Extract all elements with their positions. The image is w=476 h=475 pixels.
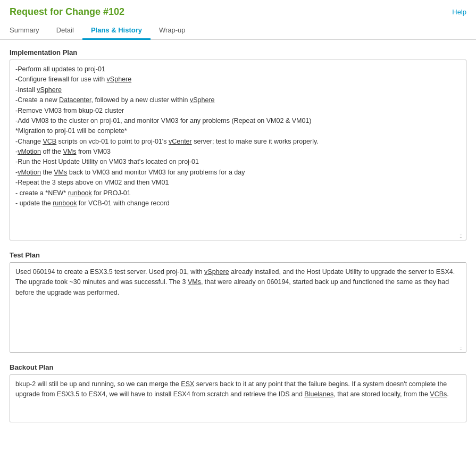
main-content: Implementation Plan -Perform all updates…: [0, 40, 476, 441]
test-plan-textarea[interactable]: Used 060194 to create a ESX3.5 test serv…: [10, 262, 466, 353]
tab-detail[interactable]: Detail: [48, 22, 82, 40]
backout-plan-label: Backout Plan: [10, 363, 466, 371]
implementation-plan-label: Implementation Plan: [10, 48, 466, 56]
test-plan-text: Used 060194 to create a ESX3.5 test serv…: [15, 267, 461, 298]
resize-handle-test[interactable]: ::: [460, 346, 465, 351]
backout-plan-text: bkup-2 will still be up and running, so …: [15, 379, 461, 400]
tab-wrapup[interactable]: Wrap-up: [151, 22, 194, 40]
help-link[interactable]: Help: [452, 8, 466, 16]
test-plan-label: Test Plan: [10, 251, 466, 259]
backout-plan-section: Backout Plan bkup-2 will still be up and…: [10, 363, 466, 422]
backout-plan-textarea[interactable]: bkup-2 will still be up and running, so …: [10, 374, 466, 422]
page-title: Request for Change #102: [10, 6, 124, 18]
implementation-plan-text: -Perform all updates to proj-01 -Configu…: [15, 64, 461, 209]
implementation-plan-section: Implementation Plan -Perform all updates…: [10, 48, 466, 240]
resize-handle[interactable]: ::: [460, 234, 465, 239]
tab-bar: Summary Detail Plans & History Wrap-up: [0, 22, 476, 40]
tab-summary[interactable]: Summary: [10, 22, 48, 40]
test-plan-section: Test Plan Used 060194 to create a ESX3.5…: [10, 251, 466, 353]
page-header: Request for Change #102 Help: [0, 0, 476, 18]
tab-plans-history[interactable]: Plans & History: [82, 22, 151, 40]
implementation-plan-textarea[interactable]: -Perform all updates to proj-01 -Configu…: [10, 60, 466, 240]
